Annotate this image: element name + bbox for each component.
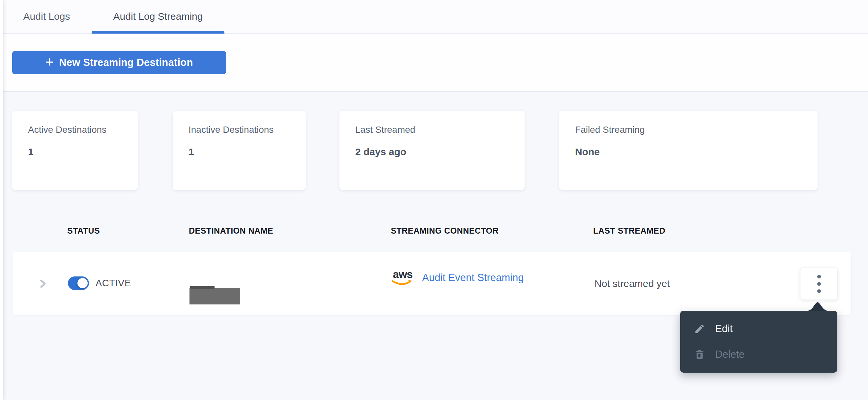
toggle-knob [78,278,88,288]
left-rail-edge [0,0,3,400]
plus-icon: + [45,55,54,69]
tab-audit-log-streaming-label: Audit Log Streaming [113,11,203,22]
row-actions-menu: Edit Delete [680,311,837,373]
stat-card-active-destinations: Active Destinations 1 [12,111,138,190]
column-header-streaming-connector: STREAMING CONNECTOR [391,226,499,236]
stat-value: 2 days ago [355,146,406,157]
kebab-dot [817,275,821,278]
column-header-status: STATUS [67,226,100,236]
stat-value: 1 [28,146,34,157]
aws-logo-text: aws [393,269,412,280]
streaming-connector-cell: aws Audit Event Streaming [391,269,524,286]
kebab-dot [817,289,821,293]
last-streamed-cell: Not streamed yet [594,278,670,289]
new-streaming-destination-label: New Streaming Destination [59,57,193,68]
row-actions-kebab-button[interactable] [800,268,838,300]
tab-bar: Audit Logs Audit Log Streaming [0,0,868,34]
kebab-dot [817,282,821,286]
menu-item-delete[interactable]: Delete [680,344,837,365]
menu-item-edit[interactable]: Edit [680,318,837,339]
tab-audit-logs[interactable]: Audit Logs [16,0,78,33]
column-header-destination-name: DESTINATION NAME [189,226,273,236]
menu-item-edit-label: Edit [715,323,733,335]
expand-row-chevron-icon[interactable] [37,278,48,289]
trash-icon [694,349,705,360]
new-streaming-destination-button[interactable]: + New Streaming Destination [12,51,226,74]
table-row: ACTIVE aws Audit Event Streaming Not str… [12,252,851,315]
stat-label: Last Streamed [355,125,415,135]
stat-value: None [575,146,600,157]
stat-value: 1 [188,146,194,157]
stat-label: Inactive Destinations [188,125,274,135]
aws-logo-icon: aws [391,269,414,286]
destination-name-redacted [189,288,240,304]
status-toggle[interactable] [68,276,89,290]
stat-card-failed-streaming: Failed Streaming None [559,111,817,190]
active-tab-underline [92,31,224,34]
stat-card-inactive-destinations: Inactive Destinations 1 [173,111,306,190]
column-header-last-streamed: LAST STREAMED [593,226,665,236]
top-band: Audit Logs Audit Log Streaming + New Str… [0,0,868,92]
menu-arrow [806,301,829,311]
stat-label: Failed Streaming [575,125,645,135]
stat-label: Active Destinations [28,125,106,135]
aws-smile-icon [391,280,414,286]
stat-card-last-streamed: Last Streamed 2 days ago [339,111,525,190]
menu-item-delete-label: Delete [715,348,745,361]
pencil-icon [694,323,705,334]
status-badge: ACTIVE [96,278,131,289]
audit-log-streaming-page: Audit Logs Audit Log Streaming + New Str… [0,0,868,400]
connector-link[interactable]: Audit Event Streaming [422,272,524,284]
tab-audit-log-streaming[interactable]: Audit Log Streaming [92,0,224,33]
